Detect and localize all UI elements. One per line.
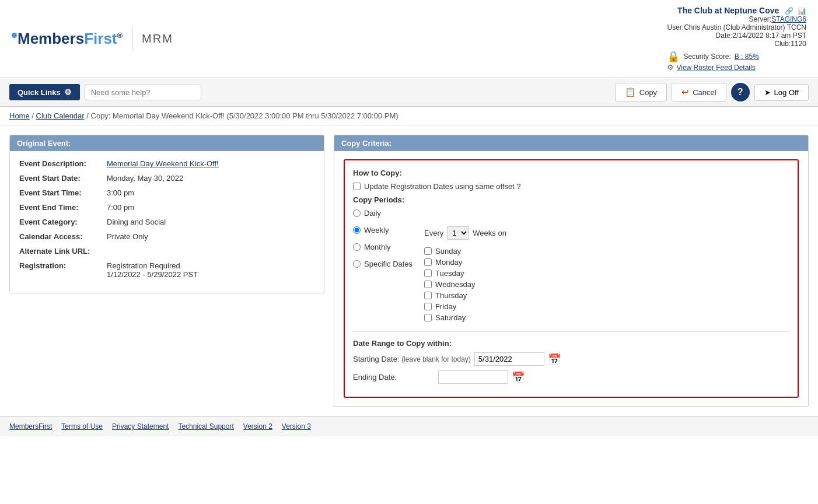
- thursday-row: Thursday: [424, 291, 506, 300]
- breadcrumb-sep1: /: [32, 111, 36, 120]
- saturday-checkbox[interactable]: [424, 314, 432, 321]
- logoff-button[interactable]: ➤ Log Off: [754, 84, 809, 101]
- event-category-value: Dining and Social: [107, 218, 314, 226]
- security-score-value[interactable]: B : 85%: [735, 52, 759, 61]
- tuesday-checkbox[interactable]: [424, 270, 432, 277]
- server-label: Server:: [749, 15, 772, 23]
- mrm-label: MRM: [142, 32, 173, 46]
- specific-dates-radio[interactable]: [353, 260, 361, 268]
- ending-date-calendar-icon[interactable]: 📅: [512, 371, 525, 384]
- cancel-label: Cancel: [693, 88, 716, 97]
- copy-criteria-body: How to Copy: Update Registration Dates u…: [334, 151, 808, 406]
- monthly-radio[interactable]: [353, 243, 361, 251]
- event-description-link[interactable]: Memorial Day Weekend Kick-Off!: [107, 159, 219, 168]
- monthly-label[interactable]: Monthly: [364, 243, 391, 251]
- copy-criteria-panel: Copy Criteria: How to Copy: Update Regis…: [334, 135, 809, 407]
- wednesday-label[interactable]: Wednesday: [435, 280, 475, 289]
- event-start-date-label: Event Start Date:: [19, 174, 107, 183]
- link-icon[interactable]: 🔗: [785, 7, 793, 15]
- saturday-label[interactable]: Saturday: [435, 313, 466, 322]
- friday-label[interactable]: Friday: [435, 302, 456, 311]
- security-score-label: Security Score:: [683, 52, 730, 61]
- copy-button[interactable]: 📋 Copy: [615, 83, 667, 102]
- help-button[interactable]: ?: [731, 83, 750, 102]
- monthly-radio-row: Monthly: [353, 243, 413, 251]
- weekly-label[interactable]: Weekly: [364, 226, 389, 235]
- monday-label[interactable]: Monday: [435, 258, 462, 267]
- specific-dates-label[interactable]: Specific Dates: [364, 260, 413, 268]
- quick-links-label: Quick Links: [18, 88, 61, 97]
- club-name: The Club at Neptune Cove: [677, 6, 779, 15]
- cancel-button[interactable]: ↩ Cancel: [672, 83, 726, 102]
- calendar-access-label: Calendar Access:: [19, 232, 107, 241]
- event-start-date-value: Monday, May 30, 2022: [107, 174, 314, 183]
- daily-radio[interactable]: [353, 209, 361, 217]
- saturday-row: Saturday: [424, 313, 506, 322]
- footer-privacy-statement[interactable]: Privacy Statement: [112, 422, 169, 430]
- breadcrumb-home[interactable]: Home: [9, 111, 30, 120]
- friday-checkbox[interactable]: [424, 303, 432, 310]
- starting-date-input[interactable]: [474, 352, 544, 366]
- date-value: 2/14/2022 8:17 am PST: [732, 32, 806, 40]
- daily-label[interactable]: Daily: [364, 209, 381, 218]
- tuesday-row: Tuesday: [424, 269, 506, 278]
- help-search-input[interactable]: [85, 85, 201, 100]
- weekly-radio[interactable]: [353, 226, 361, 234]
- starting-date-label: Starting Date: (leave blank for today): [353, 355, 471, 363]
- wednesday-checkbox[interactable]: [424, 281, 432, 288]
- update-reg-dates-label[interactable]: Update Registration Dates using same off…: [364, 182, 521, 191]
- thursday-checkbox[interactable]: [424, 292, 432, 299]
- chart-icon[interactable]: 📊: [798, 7, 806, 15]
- quick-links-button[interactable]: Quick Links ⚙: [9, 84, 80, 100]
- event-description-label: Event Description:: [19, 159, 107, 168]
- update-reg-dates-row: Update Registration Dates using same off…: [353, 182, 789, 191]
- quick-links-gear-icon: ⚙: [64, 88, 72, 97]
- roster-feed-link[interactable]: View Roster Feed Details: [676, 64, 755, 72]
- sunday-checkbox[interactable]: [424, 247, 432, 255]
- header: MembersFirst® MRM The Club at Neptune Co…: [0, 0, 818, 78]
- monday-checkbox[interactable]: [424, 258, 432, 266]
- registration-value: Registration Required 1/12/2022 - 5/29/2…: [107, 261, 314, 279]
- daily-radio-row: Daily: [353, 209, 413, 218]
- footer-terms-of-use[interactable]: Terms of Use: [61, 422, 103, 430]
- friday-row: Friday: [424, 302, 506, 311]
- thursday-label[interactable]: Thursday: [435, 291, 467, 300]
- footer-version3[interactable]: Version 3: [282, 422, 311, 430]
- calendar-access-value: Private Only: [107, 232, 314, 241]
- user-label: User:: [667, 23, 684, 32]
- event-end-time-value: 7:00 pm: [107, 203, 314, 212]
- how-to-copy-title: How to Copy:: [353, 169, 789, 177]
- specific-dates-radio-row: Specific Dates: [353, 260, 413, 268]
- logoff-icon: ➤: [764, 88, 771, 97]
- every-label: Every: [424, 229, 443, 237]
- weeks-on-label: Weeks on: [473, 229, 506, 237]
- tuesday-label[interactable]: Tuesday: [435, 269, 464, 278]
- date-range-title: Date Range to Copy within:: [353, 339, 789, 348]
- event-start-date-row: Event Start Date: Monday, May 30, 2022: [19, 174, 314, 183]
- toolbar: Quick Links ⚙ 📋 Copy ↩ Cancel ? ➤ Log Of…: [0, 78, 818, 107]
- sunday-row: Sunday: [424, 247, 506, 256]
- footer-technical-support[interactable]: Technical Support: [178, 422, 233, 430]
- starting-date-row: Starting Date: (leave blank for today) 📅: [353, 352, 789, 366]
- starting-date-calendar-icon[interactable]: 📅: [548, 353, 561, 366]
- monday-row: Monday: [424, 258, 506, 267]
- server-value[interactable]: STAGING6: [771, 15, 806, 23]
- footer-version2[interactable]: Version 2: [243, 422, 272, 430]
- sunday-label[interactable]: Sunday: [435, 247, 461, 256]
- copy-periods-title: Copy Periods:: [353, 195, 789, 204]
- starting-date-hint: (leave blank for today): [401, 355, 471, 363]
- original-event-panel: Original Event: Event Description: Memor…: [9, 135, 324, 293]
- ending-date-input[interactable]: [438, 370, 508, 384]
- copy-icon: 📋: [625, 87, 636, 97]
- footer-members-first[interactable]: MembersFirst: [9, 422, 52, 430]
- logoff-label: Log Off: [774, 88, 799, 97]
- user-value: Chris Austin (Club Administrator) TCCN: [684, 23, 806, 32]
- event-description-value: Memorial Day Weekend Kick-Off!: [107, 159, 314, 168]
- cancel-icon: ↩: [681, 87, 689, 97]
- gear-icon: ⚙: [667, 63, 674, 72]
- update-reg-dates-checkbox[interactable]: [353, 183, 361, 190]
- header-right: The Club at Neptune Cove 🔗 📊 Server:STAG…: [667, 6, 806, 72]
- every-select[interactable]: 1 2 3 4 5: [447, 226, 469, 240]
- breadcrumb-calendar[interactable]: Club Calendar: [36, 111, 85, 120]
- periods-left: Daily Weekly Monthly Specific Dates: [353, 209, 413, 322]
